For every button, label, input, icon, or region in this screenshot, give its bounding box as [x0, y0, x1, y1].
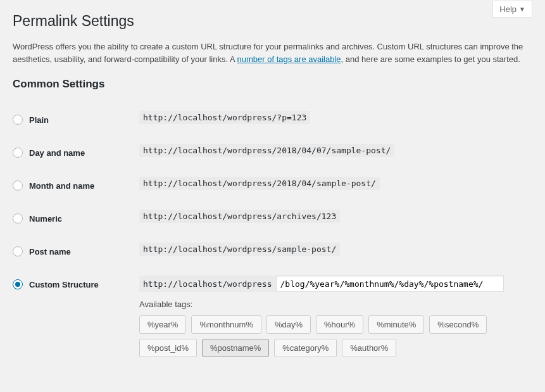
example-post-name: http://localhost/wordpress/sample-post/ [139, 243, 340, 256]
custom-structure-input[interactable] [276, 275, 504, 292]
radio-input-month-name[interactable] [13, 180, 23, 191]
available-tags-label: Available tags: [139, 300, 526, 309]
radio-label-custom: Custom Structure [29, 280, 99, 289]
radio-post-name[interactable]: Post name [13, 246, 133, 256]
custom-prefix: http://localhost/wordpress [139, 275, 276, 292]
radio-input-day-name[interactable] [13, 148, 23, 158]
tag-minute[interactable]: %minute% [368, 315, 424, 334]
radio-label-post-name: Post name [29, 247, 71, 256]
radio-label-month-name: Month and name [29, 181, 94, 191]
caret-down-icon: ▼ [519, 6, 525, 13]
radio-input-numeric[interactable] [13, 213, 23, 224]
example-month-name: http://localhost/wordpress/2018/04/sampl… [139, 177, 380, 190]
example-day-name: http://localhost/wordpress/2018/04/07/sa… [139, 144, 394, 157]
tags-available-link[interactable]: number of tags are available [237, 54, 341, 64]
radio-day-name[interactable]: Day and name [13, 148, 133, 158]
help-button-label: Help [499, 4, 517, 14]
example-plain: http://localhost/wordpress/?p=123 [139, 111, 310, 124]
tag-category[interactable]: %category% [274, 339, 337, 357]
radio-plain[interactable]: Plain [13, 115, 133, 125]
radio-label-day-name: Day and name [29, 148, 85, 158]
help-button[interactable]: Help ▼ [492, 1, 532, 18]
tag-day[interactable]: %day% [266, 315, 311, 334]
example-numeric: http://localhost/wordpress/archives/123 [139, 210, 340, 223]
tag-postname[interactable]: %postname% [202, 339, 269, 357]
tag-post-id[interactable]: %post_id% [139, 339, 197, 357]
radio-custom[interactable]: Custom Structure [13, 279, 133, 289]
radio-month-name[interactable]: Month and name [13, 180, 133, 191]
radio-numeric[interactable]: Numeric [13, 213, 133, 224]
tag-monthnum[interactable]: %monthnum% [191, 315, 261, 334]
tag-year[interactable]: %year% [139, 315, 186, 334]
page-description: WordPress offers you the ability to crea… [13, 41, 532, 65]
radio-input-post-name[interactable] [13, 246, 23, 256]
radio-label-plain: Plain [29, 115, 49, 125]
radio-input-plain[interactable] [13, 115, 23, 125]
tag-author[interactable]: %author% [342, 339, 396, 357]
tag-hour[interactable]: %hour% [316, 315, 363, 334]
common-settings-heading: Common Settings [13, 78, 532, 91]
tag-second[interactable]: %second% [429, 315, 487, 334]
radio-input-custom[interactable] [13, 279, 23, 289]
available-tags: %year% %monthnum% %day% %hour% %minute% … [139, 315, 494, 357]
radio-label-numeric: Numeric [29, 214, 62, 224]
page-title: Permalink Settings [13, 0, 532, 35]
